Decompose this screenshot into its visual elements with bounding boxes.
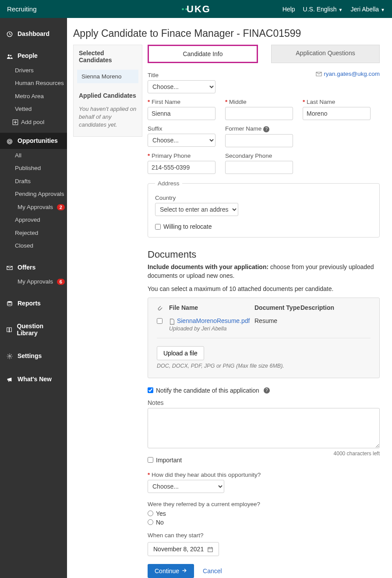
selected-candidates-head: Selected Candidates bbox=[74, 45, 142, 68]
document-type: Resume bbox=[254, 317, 300, 324]
envelope-icon bbox=[6, 264, 13, 271]
documents-limit: You can select a maximum of 10 attached … bbox=[148, 285, 380, 292]
top-bar: Recruiting UKG Help U.S. English▼ Jeri A… bbox=[0, 0, 392, 18]
title-select[interactable]: Choose... bbox=[148, 80, 215, 93]
country-label: Country bbox=[155, 195, 372, 201]
arrow-right-icon bbox=[182, 567, 187, 574]
nav-opp-my-approvals[interactable]: My Approvals 2 bbox=[0, 201, 67, 214]
cancel-link[interactable]: Cancel bbox=[203, 567, 222, 574]
svg-point-8 bbox=[9, 141, 10, 142]
nav-opportunities[interactable]: Opportunities bbox=[0, 133, 67, 149]
referral-no-radio[interactable] bbox=[148, 519, 153, 525]
notify-candidate-checkbox[interactable] bbox=[148, 387, 153, 393]
nav-opp-approved[interactable]: Approved bbox=[0, 213, 67, 227]
nav-opp-all[interactable]: All bbox=[0, 149, 67, 162]
svg-point-0 bbox=[182, 8, 184, 10]
former-name-input[interactable] bbox=[225, 134, 293, 147]
user-dropdown[interactable]: Jeri Abella▼ bbox=[351, 6, 385, 13]
help-icon[interactable]: ? bbox=[263, 126, 269, 132]
selected-candidate-item[interactable]: Sienna Moreno bbox=[77, 70, 138, 83]
gear-icon bbox=[6, 352, 13, 359]
first-name-input[interactable] bbox=[148, 107, 215, 120]
file-pdf-icon bbox=[169, 317, 175, 324]
nav-opp-pending[interactable]: Pending Approvals bbox=[0, 188, 67, 201]
nav-offers-my-approvals[interactable]: My Approvals 6 bbox=[0, 275, 67, 288]
clock-icon bbox=[6, 30, 13, 37]
tab-application-questions[interactable]: Application Questions bbox=[271, 45, 380, 63]
nav-opp-published[interactable]: Published bbox=[0, 162, 67, 175]
locale-dropdown[interactable]: U.S. English▼ bbox=[303, 6, 343, 13]
documents-note: Include documents with your application:… bbox=[148, 263, 380, 280]
important-checkbox[interactable] bbox=[148, 457, 153, 463]
col-file-name: File Name bbox=[169, 304, 254, 311]
document-select-checkbox[interactable] bbox=[157, 318, 162, 324]
documents-box: File Name Document Type Description Sien… bbox=[148, 298, 380, 378]
app-name: Recruiting bbox=[7, 5, 37, 13]
referral-yes-radio[interactable] bbox=[148, 511, 153, 516]
svg-point-4 bbox=[10, 55, 11, 56]
relocate-checkbox[interactable] bbox=[155, 224, 161, 230]
last-name-label: Last Name bbox=[303, 99, 371, 105]
referral-yes-option[interactable]: Yes bbox=[148, 510, 380, 517]
nav-opp-closed[interactable]: Closed bbox=[0, 239, 67, 252]
svg-point-9 bbox=[7, 301, 12, 303]
calendar-icon bbox=[207, 546, 213, 553]
middle-label: Middle bbox=[225, 99, 293, 105]
start-date-label: When can they start? bbox=[148, 532, 380, 539]
nav-question-library[interactable]: Question Library bbox=[0, 318, 67, 341]
nav-settings[interactable]: Settings bbox=[0, 348, 67, 364]
notify-candidate-label: Notify the candidate of this application bbox=[156, 387, 259, 394]
important-label: Important bbox=[156, 457, 182, 464]
hear-select[interactable]: Choose... bbox=[148, 480, 224, 493]
notes-textarea[interactable] bbox=[148, 408, 380, 448]
former-name-label: Former Name? bbox=[225, 125, 293, 132]
upload-file-button[interactable]: Upload a file bbox=[157, 346, 204, 360]
nav-opp-drafts[interactable]: Drafts bbox=[0, 175, 67, 188]
nav-people[interactable]: People bbox=[0, 48, 67, 64]
continue-button[interactable]: Continue bbox=[148, 564, 194, 578]
candidates-panel: Selected Candidates Sienna Moreno Applie… bbox=[73, 45, 142, 137]
upload-hint: DOC, DOCX, PDF, JPG or PNG (Max file siz… bbox=[157, 363, 371, 369]
nav-opp-rejected[interactable]: Rejected bbox=[0, 227, 67, 240]
people-icon bbox=[6, 52, 13, 59]
nav-offers[interactable]: Offers bbox=[0, 259, 67, 275]
attachment-icon bbox=[157, 304, 163, 311]
address-legend: Address bbox=[155, 180, 182, 187]
badge-count: 6 bbox=[57, 279, 65, 285]
col-description: Description bbox=[300, 304, 371, 311]
help-link[interactable]: Help bbox=[283, 6, 295, 13]
suffix-select[interactable]: Choose... bbox=[148, 134, 215, 147]
nav-whats-new[interactable]: What's New bbox=[0, 371, 67, 387]
country-select[interactable]: Select to enter an address ... bbox=[155, 203, 238, 216]
help-icon[interactable]: ? bbox=[264, 387, 270, 394]
documents-heading: Documents bbox=[148, 249, 380, 260]
referral-label: Were they referred by a current employee… bbox=[148, 501, 380, 507]
secondary-phone-label: Secondary Phone bbox=[225, 152, 293, 159]
start-date-picker[interactable]: November 8, 2021 bbox=[148, 542, 219, 556]
svg-rect-12 bbox=[208, 548, 213, 552]
secondary-phone-input[interactable] bbox=[225, 161, 293, 174]
book-icon bbox=[6, 326, 12, 333]
nav-add-pool[interactable]: Add pool bbox=[0, 116, 67, 129]
sidebar: Dashboard People Drivers Human Resources… bbox=[0, 18, 67, 578]
nav-people-hr[interactable]: Human Resources bbox=[0, 77, 67, 90]
target-icon bbox=[6, 137, 13, 144]
nav-reports[interactable]: Reports bbox=[0, 295, 67, 311]
nav-people-drivers[interactable]: Drivers bbox=[0, 64, 67, 77]
referral-no-option[interactable]: No bbox=[148, 519, 380, 526]
chars-left: 4000 characters left bbox=[148, 450, 380, 457]
document-file-link[interactable]: SiennaMorenoResume.pdf bbox=[177, 317, 250, 324]
ukg-logo: UKG bbox=[181, 4, 211, 15]
svg-point-3 bbox=[8, 54, 10, 56]
candidate-email-link[interactable]: ryan.gates@ukg.com bbox=[324, 71, 380, 77]
nav-dashboard[interactable]: Dashboard bbox=[0, 26, 67, 42]
last-name-input[interactable] bbox=[303, 107, 371, 120]
nav-people-metro[interactable]: Metro Area bbox=[0, 90, 67, 103]
bullhorn-icon bbox=[6, 375, 13, 382]
middle-input[interactable] bbox=[225, 107, 293, 120]
nav-people-vetted[interactable]: Vetted bbox=[0, 103, 67, 116]
tab-candidate-info[interactable]: Candidate Info bbox=[148, 45, 258, 63]
primary-phone-label: Primary Phone bbox=[148, 152, 215, 159]
notes-label: Notes bbox=[148, 399, 380, 406]
primary-phone-input[interactable] bbox=[148, 161, 215, 174]
